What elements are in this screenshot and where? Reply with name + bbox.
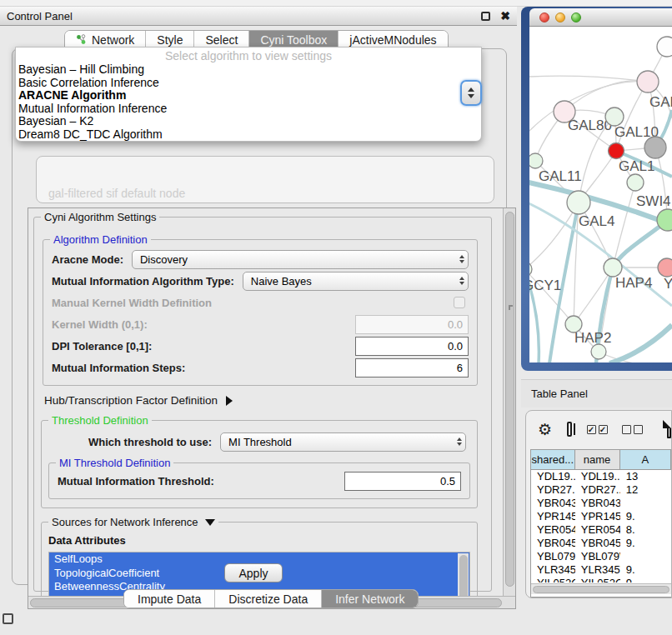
network-node-gal4[interactable] [567,191,590,214]
mi-steps-field[interactable] [355,358,469,378]
scrollbar-thumb[interactable] [505,212,514,587]
network-node-gal11[interactable] [529,153,543,168]
settings-scrollpane: Cyni Algorithm Settings Algorithm Defini… [28,208,516,609]
document-icon[interactable] [667,420,671,438]
table-cell: YER054C [575,523,620,537]
focused-combo-spinner[interactable] [460,80,482,106]
list-scrollbar[interactable] [458,553,469,598]
column-header[interactable]: shared... [531,450,575,469]
network-node-hap4[interactable] [604,258,622,277]
network-node-y[interactable] [658,258,672,277]
dpi-tolerance-label: DPI Tolerance [0,1]: [52,340,152,352]
mi-threshold-field[interactable] [344,472,461,491]
threshold-definition-title: Threshold Definition [48,414,152,427]
manual-kernel-checkbox[interactable] [454,297,465,308]
tab-select[interactable]: Select [194,31,249,48]
minimize-traffic-light[interactable] [555,12,565,22]
popup-item[interactable]: Dream8 DC_TDC Algorithm [16,128,481,142]
cyni-algorithm-settings-group: Cyni Algorithm Settings Algorithm Defini… [33,217,492,592]
which-threshold-combo[interactable]: MI Threshold [220,432,466,452]
popup-item[interactable]: Bayesian – Hill Climbing [16,63,481,77]
network-view-window: GALGAL80GAL10GAL1GAL11SWI4GAL4HAP4YGCY1H… [521,7,672,371]
close-traffic-light[interactable] [539,12,549,22]
float-icon[interactable] [481,12,490,21]
table-cell: YBR043C [575,497,620,510]
panel-splitter[interactable] [509,305,513,310]
node-label: HAP4 [615,275,652,291]
network-node-swi4[interactable] [627,174,644,191]
network-node-gal1[interactable] [609,143,624,159]
node-label: SWI4 [636,193,671,209]
popup-item[interactable]: Basic Correlation Inference [16,77,481,90]
bottom-tab-infer-network[interactable]: Infer Network [322,590,418,608]
columns-icon[interactable] [567,422,571,437]
table-panel-title: Table Panel [531,388,588,400]
aracne-mode-label: Aracne Mode: [52,253,123,266]
tab-network[interactable]: Network [65,31,146,48]
mi-type-combo[interactable]: Naive Bayes [243,272,469,291]
table-cell: YPR145W [575,510,620,523]
bottom-tab-discretize-data[interactable]: Discretize Data [215,590,322,608]
table-cell: YLR345W [531,563,575,577]
network-source-combo-text: gal-filtered sif default node [48,187,185,200]
network-node[interactable] [657,37,672,57]
network-source-combo[interactable]: gal-filtered sif default node [36,156,494,203]
dpi-tolerance-field[interactable] [355,337,469,356]
tab-cyni-toolbox[interactable]: Cyni Toolbox [249,31,339,48]
network-node[interactable] [644,137,666,158]
table-horizontal-scrollbar[interactable] [531,583,671,594]
column-header[interactable]: A [620,450,671,469]
window-top-edge [0,0,672,7]
network-edge[interactable] [609,325,672,362]
network-node[interactable] [591,344,606,359]
bottom-tab-impute-data[interactable]: Impute Data [124,590,215,608]
apply-button[interactable]: Apply [224,563,283,582]
hub-definition-label: Hub/Transcription Factor Definition [44,394,218,407]
gear-icon[interactable]: ⚙ [538,420,552,439]
table-row[interactable]: YIL052CYIL052C9 [531,577,671,582]
table-row[interactable]: YPR145WYPR145W9. [531,510,671,523]
aracne-mode-combo[interactable]: Discovery [132,250,469,269]
table-cell: 13 [620,470,671,483]
table-row[interactable]: YDR27...YDR27...12 [531,483,671,497]
sources-disclosure[interactable]: Sources for Network Inference [48,516,218,528]
table-header: shared...nameA [531,450,671,470]
scrollbar-thumb[interactable] [533,586,669,593]
tab-label: Network [92,33,134,47]
vertical-scrollbar[interactable] [503,208,515,598]
network-node-gal10[interactable] [605,108,624,126]
close-icon[interactable]: ✖ [500,12,510,21]
network-window-titlebar[interactable] [529,8,672,27]
aracne-mode-value: Discovery [140,253,459,266]
network-edge[interactable] [564,81,648,112]
tab-label: Select [205,33,238,47]
zoom-traffic-light[interactable] [571,12,581,22]
network-canvas[interactable]: GALGAL80GAL10GAL1GAL11SWI4GAL4HAP4YGCY1H… [529,27,672,362]
tab-jactivemnodules[interactable]: jActiveMNodules [339,31,447,48]
collapsed-panel-icon[interactable] [3,613,13,624]
network-node-gal[interactable] [637,71,659,92]
popup-item[interactable]: Mutual Information Inference [16,102,481,116]
cyni-settings-title: Cyni Algorithm Settings [41,211,159,223]
popup-item[interactable]: Bayesian – K2 [16,115,481,128]
control-panel-title: Control Panel [7,10,481,22]
unchecked-pair-icon[interactable] [622,425,645,434]
tab-style[interactable]: Style [146,31,194,48]
mi-threshold-group: MI Threshold Definition Mutual Informati… [48,462,470,499]
table-row[interactable]: YBR045CYBR045C9. [531,537,671,550]
table-row[interactable]: YDL19...YDL19...13 [531,470,671,483]
table-cell: YER054C [531,523,575,537]
popup-item[interactable]: ARACNE Algorithm [16,89,481,102]
kernel-width-field[interactable] [355,315,469,334]
checked-pair-icon[interactable]: ✓✓ [587,425,610,434]
table-row[interactable]: YLR345WYLR345W9. [531,563,671,577]
table-panel-titlebar: Table Panel [521,379,672,408]
mi-type-value: Naive Bayes [251,275,459,288]
table-row[interactable]: YBR043CYBR043C [531,497,671,510]
table-cell: YBR043C [531,497,575,510]
table-row[interactable]: YBL079WYBL079W [531,550,671,563]
network-graph[interactable]: GALGAL80GAL10GAL1GAL11SWI4GAL4HAP4YGCY1H… [529,27,672,362]
hub-definition-disclosure[interactable]: Hub/Transcription Factor Definition [44,394,484,407]
table-row[interactable]: YER054CYER054C8. [531,523,671,537]
column-header[interactable]: name [575,450,620,469]
